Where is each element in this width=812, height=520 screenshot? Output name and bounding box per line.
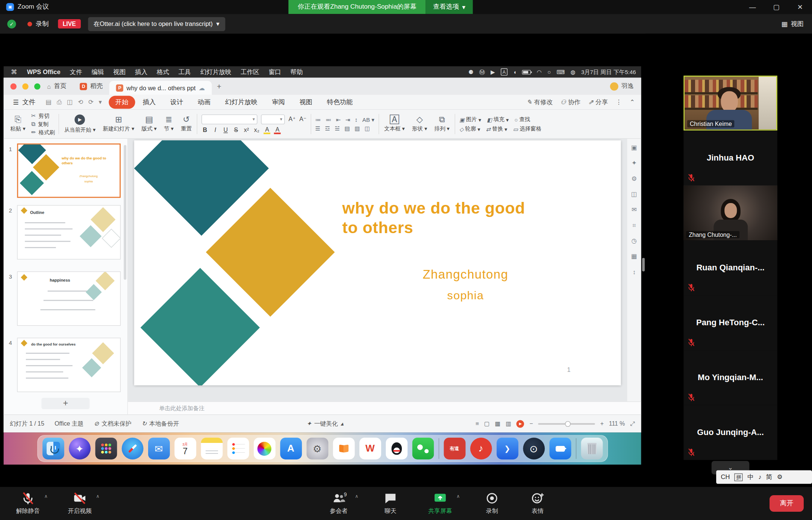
beautify-button[interactable]: ✦一键美化▴: [307, 420, 344, 428]
share-screen-button[interactable]: 共享屏幕 ∧: [418, 491, 462, 515]
ime-chinese-mode[interactable]: 中: [747, 473, 754, 481]
otter-transcript-button[interactable]: 在Otter.ai (click here to open live trans…: [88, 17, 225, 31]
undo-icon[interactable]: ⟲: [78, 99, 83, 106]
selection-pane-button[interactable]: ▭选择窗格: [513, 125, 541, 132]
distribute-icon[interactable]: ▥: [354, 125, 360, 132]
comment-icon[interactable]: ✉: [632, 206, 637, 213]
columns-icon[interactable]: ◫: [365, 125, 370, 132]
view-options-button[interactable]: 查看选项 ▾: [426, 0, 473, 14]
highlight-color-button[interactable]: A: [264, 126, 270, 134]
blue-arrow-app-icon[interactable]: ❯: [496, 438, 518, 459]
properties-icon[interactable]: ▣: [631, 144, 637, 151]
tab-document[interactable]: P why do we d... others ppt ☁: [109, 81, 212, 95]
ime-settings-icon[interactable]: ⚙: [777, 473, 783, 481]
backup-status[interactable]: ↻本地备份开: [142, 420, 179, 428]
menu-app-name[interactable]: WPS Office: [22, 68, 65, 76]
qq-icon[interactable]: [386, 438, 408, 459]
menu-window[interactable]: 窗口: [264, 68, 286, 76]
menu-workspace[interactable]: 工作区: [236, 68, 264, 76]
ime-lang[interactable]: CH: [721, 473, 730, 481]
close-traffic-light[interactable]: [11, 83, 17, 89]
wps-office-icon[interactable]: W: [359, 438, 381, 459]
tab-docer[interactable]: D 稻壳: [73, 78, 109, 95]
menu-tools[interactable]: 工具: [174, 68, 195, 76]
zoom-percentage[interactable]: 111 %: [609, 421, 625, 427]
more-icon[interactable]: ⋮: [616, 99, 622, 106]
calendar-icon[interactable]: 3月7: [174, 438, 196, 459]
record-button[interactable]: 录制: [470, 491, 514, 515]
history-icon[interactable]: ◷: [632, 237, 637, 244]
youdao-icon[interactable]: 有道: [444, 438, 465, 459]
chat-button[interactable]: 聊天: [369, 491, 412, 515]
current-slide-canvas[interactable]: why do we do the good to others Zhangchu…: [134, 140, 621, 385]
notes-bar[interactable]: 单击此处添加备注: [128, 402, 641, 414]
ribbon-tab-start[interactable]: 开始: [109, 96, 135, 108]
settings-icon[interactable]: ⚙: [306, 438, 328, 459]
ribbon-tab-slideshow[interactable]: 幻灯片放映: [218, 96, 264, 108]
bullet-list-icon[interactable]: ≔: [315, 116, 321, 123]
paste-button[interactable]: ⎘ 粘贴 ▾: [7, 112, 29, 136]
transition-icon[interactable]: ◫: [631, 191, 637, 198]
app-store-icon[interactable]: A: [280, 438, 302, 459]
new-tab-button[interactable]: +: [212, 82, 227, 91]
m-app-icon[interactable]: Ⓜ: [479, 68, 485, 76]
file-menu-button[interactable]: ☰ 文件: [9, 98, 39, 106]
control-center-icon[interactable]: ◍: [571, 69, 576, 76]
save-icon[interactable]: ▤: [46, 99, 52, 106]
find-button[interactable]: ○查找: [515, 116, 530, 123]
replace-button[interactable]: ⇄替换 ▾: [486, 125, 508, 132]
media-icon[interactable]: ▦: [631, 253, 637, 260]
menu-help[interactable]: 帮助: [286, 68, 308, 76]
reset-button[interactable]: ↺ 重置: [177, 112, 195, 136]
input-language-icon[interactable]: A: [501, 68, 508, 76]
zoom-out-icon[interactable]: −: [529, 421, 533, 427]
thumbnail-scrollbar[interactable]: [124, 145, 126, 280]
add-slide-button[interactable]: +: [41, 398, 90, 409]
ribbon-tab-view[interactable]: 视图: [293, 96, 319, 108]
notes-view-icon[interactable]: ▥: [506, 420, 511, 427]
slideshow-play-icon[interactable]: ▶: [517, 420, 524, 428]
share-button[interactable]: ⇗分享: [588, 98, 608, 106]
ribbon-tab-animation[interactable]: 动画: [191, 96, 217, 108]
shapes-button[interactable]: ◇ 形状 ▾: [408, 112, 431, 136]
collapse-ribbon-icon[interactable]: ⌃: [630, 99, 635, 106]
participants-button[interactable]: 9 参会者 ∧: [317, 491, 361, 515]
panel-resize-handle[interactable]: [642, 258, 645, 271]
play-from-current-button[interactable]: ▶ 从当前开始 ▾: [61, 112, 99, 136]
spotlight-search-icon[interactable]: ○: [547, 69, 551, 75]
wifi-icon[interactable]: ◠: [537, 69, 542, 76]
books-icon[interactable]: [333, 438, 354, 459]
zoom-slider[interactable]: [538, 423, 595, 424]
bold-button[interactable]: B: [201, 127, 208, 133]
apple-menu-icon[interactable]: ⌘: [4, 68, 23, 76]
launchpad-icon[interactable]: [95, 438, 117, 459]
fullscreen-icon[interactable]: ⤢: [630, 420, 635, 427]
font-color-button[interactable]: A: [274, 126, 281, 134]
design-icon[interactable]: ⚙: [631, 175, 637, 182]
text-direction-icon[interactable]: AB ▾: [362, 116, 374, 123]
print-icon[interactable]: ⎙: [57, 99, 62, 106]
menu-edit[interactable]: 编辑: [87, 68, 109, 76]
fill-button[interactable]: ◧填充 ▾: [487, 116, 509, 123]
font-family-select[interactable]: ▾: [201, 114, 258, 124]
expand-icon[interactable]: ↕: [633, 268, 636, 276]
minimize-button[interactable]: —: [741, 0, 764, 14]
siri-icon[interactable]: ✦: [69, 438, 91, 459]
minimize-traffic-light[interactable]: [22, 83, 29, 89]
arrange-button[interactable]: ⧉ 排列 ▾: [431, 112, 453, 136]
zoom-in-icon[interactable]: +: [600, 421, 604, 427]
trash-icon[interactable]: [581, 438, 603, 459]
menu-insert[interactable]: 插入: [130, 68, 152, 76]
slide-thumbnail-4[interactable]: do the good for ourselves: [17, 338, 121, 392]
slide-thumbnail-1[interactable]: why do we do the good to others Zhangchu…: [17, 144, 121, 198]
normal-view-icon[interactable]: ≡: [476, 421, 479, 427]
ime-sound[interactable]: ♪: [758, 473, 761, 481]
steam-icon[interactable]: ⊙: [523, 438, 545, 459]
zoom-app-icon[interactable]: [549, 438, 571, 459]
participant-tile-mo[interactable]: Mo Yingqian-M...: [683, 350, 777, 405]
section-button[interactable]: ≣ 节 ▾: [160, 112, 177, 136]
picture-button[interactable]: ▣图片 ▾: [459, 116, 481, 123]
participant-tile-guo[interactable]: Guo Junqing-A...: [683, 405, 777, 460]
play-status-icon[interactable]: ▶: [491, 69, 495, 76]
collaborate-button[interactable]: ⚇协作: [561, 98, 580, 106]
